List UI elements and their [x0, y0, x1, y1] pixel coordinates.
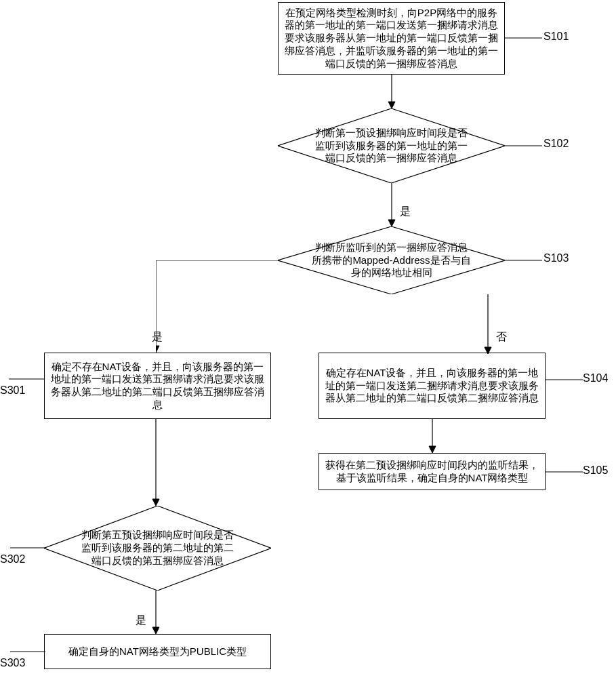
node-s101-text: 在预定网络类型检测时刻，向P2P网络中的服务器的第一地址的第一端口发送第一捆绑请… [283, 7, 500, 71]
leader-s105 [546, 468, 583, 476]
flowchart-canvas: 在预定网络类型检测时刻，向P2P网络中的服务器的第一地址的第一端口发送第一捆绑请… [0, 0, 616, 678]
label-s301: S301 [0, 385, 25, 396]
arrow-s302-s303 [150, 591, 161, 634]
arrow-s301-s302 [150, 419, 161, 506]
node-s302: 判断第五预设捆绑响应时间段是否监听到该服务器的第二地址的第二端口反馈的第五捆绑应… [44, 506, 271, 591]
arrow-s103-s301 [156, 260, 285, 355]
leader-s303 [10, 647, 45, 656]
arrow-s101-s102 [386, 75, 397, 108]
arrow-s102-s103 [386, 183, 397, 226]
svg-marker-15 [429, 446, 436, 453]
edge-label-s302-s303: 是 [136, 615, 146, 626]
node-s101: 在预定网络类型检测时刻，向P2P网络中的服务器的第一地址的第一端口发送第一捆绑请… [278, 2, 505, 75]
node-s303-text: 确定自身的NAT网络类型为PUBLIC类型 [68, 645, 247, 658]
label-s105: S105 [583, 465, 608, 476]
leader-s104 [546, 376, 583, 384]
node-s303: 确定自身的NAT网络类型为PUBLIC类型 [44, 634, 271, 669]
node-s104: 确定存在NAT设备，并且，向该服务器的第一地址的第一端口发送第二捆绑请求消息要求… [319, 353, 546, 419]
svg-marker-18 [152, 499, 159, 506]
label-s302: S302 [0, 554, 25, 565]
node-s105-text: 获得在第二预设捆绑响应时间段内的监听结果，基于该监听结果，确定自身的NAT网络类… [323, 459, 541, 485]
svg-marker-9 [156, 346, 159, 353]
svg-marker-22 [152, 627, 159, 634]
node-s301: 确定不存在NAT设备，并且，向该服务器的第一地址的第一端口发送第五捆绑请求消息要… [44, 353, 271, 419]
leader-s302 [10, 544, 45, 552]
leader-s301 [9, 375, 44, 383]
label-s104: S104 [583, 373, 608, 384]
node-s103: 判断所监听到的第一捆绑应答消息所携带的Mapped-Address是否与自身的网… [278, 226, 505, 294]
svg-marker-6 [388, 220, 395, 226]
arrow-s104-s105 [427, 419, 438, 453]
arrow-s103-s104 [482, 294, 493, 354]
leader-s103 [505, 256, 542, 264]
node-s301-text: 确定不存在NAT设备，并且，向该服务器的第一地址的第一端口发送第五捆绑请求消息要… [49, 361, 266, 412]
label-s103: S103 [543, 253, 569, 264]
edge-label-s103-s301: 是 [152, 332, 163, 342]
leader-s102 [505, 142, 542, 150]
node-s103-text: 判断所监听到的第一捆绑应答消息所携带的Mapped-Address是否与自身的网… [312, 241, 471, 279]
svg-marker-2 [388, 102, 395, 108]
edge-label-s102-s103: 是 [400, 206, 411, 217]
node-s302-text: 判断第五预设捆绑响应时间段是否监听到该服务器的第二地址的第二端口反馈的第五捆绑应… [78, 529, 237, 567]
node-s104-text: 确定存在NAT设备，并且，向该服务器的第一地址的第一端口发送第二捆绑请求消息要求… [323, 367, 541, 405]
label-s303: S303 [0, 658, 25, 669]
node-s102-text: 判断第一预设捆绑响应时间段是否监听到该服务器的第一地址的第一端口反馈的第一捆绑应… [312, 127, 471, 165]
node-s102: 判断第一预设捆绑响应时间段是否监听到该服务器的第一地址的第一端口反馈的第一捆绑应… [278, 108, 505, 183]
node-s105: 获得在第二预设捆绑响应时间段内的监听结果，基于该监听结果，确定自身的NAT网络类… [319, 453, 546, 490]
label-s101: S101 [543, 31, 569, 42]
label-s102: S102 [543, 138, 569, 149]
edge-label-s103-s104: 否 [496, 332, 507, 342]
leader-s101 [505, 34, 542, 42]
